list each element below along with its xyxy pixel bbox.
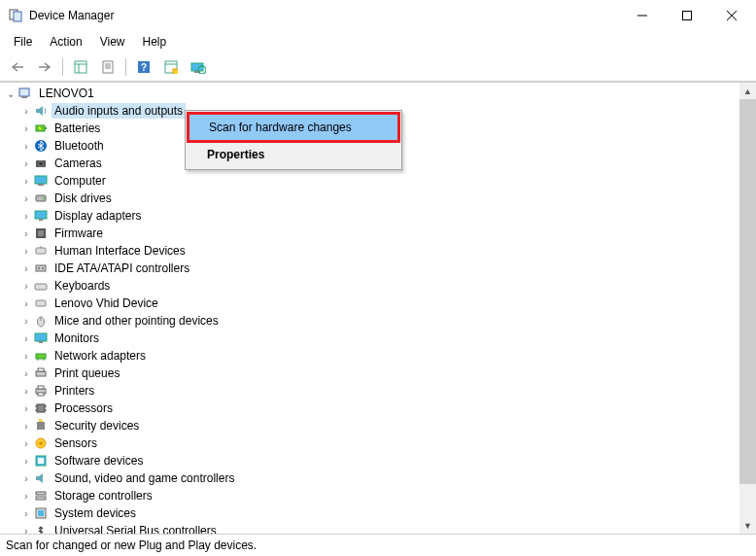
chevron-right-icon[interactable]: › [19, 191, 33, 205]
tree-node[interactable]: ›Monitors [4, 330, 756, 347]
chevron-right-icon[interactable]: › [19, 279, 33, 293]
show-hide-console-tree-button[interactable] [69, 56, 92, 78]
help-button[interactable]: ? [132, 56, 155, 78]
vertical-scrollbar[interactable]: ▲ ▼ [739, 83, 756, 534]
menu-help[interactable]: Help [135, 33, 175, 51]
tree-node[interactable]: ›Computer [4, 172, 756, 190]
tree-node-label[interactable]: Sensors [52, 435, 100, 451]
chevron-right-icon[interactable]: › [19, 139, 33, 153]
tree-node[interactable]: ›IDE ATA/ATAPI controllers [4, 260, 756, 277]
svg-rect-50 [36, 354, 46, 359]
chevron-right-icon[interactable]: › [19, 314, 33, 328]
tree-node[interactable]: ›Human Interface Devices [4, 242, 756, 260]
chevron-right-icon[interactable]: › [19, 349, 33, 363]
scroll-down-button[interactable]: ▼ [739, 517, 756, 534]
chevron-right-icon[interactable]: › [19, 366, 33, 380]
chevron-right-icon[interactable]: › [19, 296, 33, 310]
tree-node[interactable]: ›Storage controllers [4, 487, 756, 504]
tree-node-label[interactable]: Display adapters [52, 208, 144, 224]
tree-node-label[interactable]: IDE ATA/ATAPI controllers [52, 261, 192, 276]
scroll-thumb[interactable] [739, 99, 756, 484]
tree-node-label[interactable]: Batteries [52, 121, 103, 136]
tree-node-label[interactable]: Firmware [52, 226, 106, 241]
svg-rect-48 [35, 333, 47, 341]
tree-node-label[interactable]: Network adapters [52, 348, 149, 364]
tree-node[interactable]: ›Lenovo Vhid Device [4, 295, 756, 312]
properties-button[interactable] [96, 56, 120, 78]
maximize-button[interactable] [665, 0, 709, 31]
tree-node-label[interactable]: Sound, video and game controllers [52, 470, 237, 486]
tree-node[interactable]: ›Software devices [4, 452, 756, 469]
tree-node-label[interactable]: Mice and other pointing devices [52, 313, 222, 329]
chevron-right-icon[interactable]: › [19, 104, 33, 118]
chevron-right-icon[interactable]: › [19, 454, 33, 468]
tree-node[interactable]: ›Security devices [4, 417, 756, 434]
tree-node-label[interactable]: Processors [52, 400, 116, 416]
back-button[interactable] [6, 56, 29, 78]
tree-node-label[interactable]: Disk drives [52, 191, 115, 206]
tree-node-label[interactable]: Cameras [52, 156, 105, 171]
tree-node-label[interactable]: Lenovo Vhid Device [52, 295, 161, 311]
context-properties[interactable]: Properties [188, 142, 399, 167]
tree-node[interactable]: ›Print queues [4, 365, 756, 382]
mouse-icon [33, 313, 49, 329]
chevron-right-icon[interactable]: › [19, 489, 33, 503]
svg-rect-3 [683, 12, 692, 20]
tree-node-label[interactable]: Human Interface Devices [52, 243, 189, 259]
chevron-right-icon[interactable]: › [19, 156, 33, 170]
tree-node[interactable]: ›Mice and other pointing devices [4, 312, 756, 330]
root-label[interactable]: LENOVO1 [36, 86, 97, 101]
menu-action[interactable]: Action [42, 33, 89, 51]
tree-node-label[interactable]: System devices [52, 505, 139, 521]
context-scan-hardware[interactable]: Scan for hardware changes [187, 112, 400, 143]
chevron-right-icon[interactable]: › [19, 524, 33, 534]
tree-node[interactable]: ›Printers [4, 382, 756, 400]
tree-node-label[interactable]: Printers [52, 383, 97, 399]
tree-node-label[interactable]: Computer [52, 173, 109, 189]
chevron-right-icon[interactable]: › [19, 506, 33, 520]
tree-node-label[interactable]: Storage controllers [52, 488, 155, 504]
tree-node-label[interactable]: Print queues [52, 365, 122, 381]
scroll-up-button[interactable]: ▲ [739, 83, 756, 99]
forward-button[interactable] [33, 56, 56, 78]
chevron-right-icon[interactable]: › [19, 122, 33, 135]
tree-node-label[interactable]: Audio inputs and outputs [52, 103, 186, 119]
tree-node-label[interactable]: Bluetooth [52, 138, 107, 154]
action-button[interactable] [159, 56, 183, 78]
tree-node-label[interactable]: Universal Serial Bus controllers [52, 523, 220, 534]
menu-file[interactable]: File [6, 33, 40, 51]
chevron-right-icon[interactable]: › [19, 174, 33, 188]
chevron-right-icon[interactable]: › [19, 401, 33, 415]
close-button[interactable] [709, 0, 754, 31]
chevron-right-icon[interactable]: › [19, 471, 33, 485]
menu-view[interactable]: View [92, 33, 133, 51]
tree-node[interactable]: ›Keyboards [4, 277, 756, 295]
tree-node-label[interactable]: Keyboards [52, 278, 113, 294]
tree-node[interactable]: ›Firmware [4, 225, 756, 242]
chevron-right-icon[interactable]: › [19, 244, 33, 258]
tree-node[interactable]: ›Display adapters [4, 207, 756, 225]
titlebar: Device Manager [0, 0, 756, 31]
chevron-right-icon[interactable]: › [19, 261, 33, 275]
tree-node[interactable]: ›Processors [4, 400, 756, 417]
tree-node[interactable]: ›Sound, video and game controllers [4, 469, 756, 487]
tree-node[interactable]: ›System devices [4, 504, 756, 522]
scroll-track[interactable] [739, 99, 756, 517]
chevron-right-icon[interactable]: › [19, 226, 33, 240]
scan-hardware-button[interactable] [187, 56, 210, 78]
tree-node[interactable]: ›Sensors [4, 434, 756, 452]
chevron-right-icon[interactable]: › [19, 331, 33, 345]
tree-node-label[interactable]: Security devices [52, 418, 142, 434]
tree-node-label[interactable]: Monitors [52, 330, 102, 346]
chevron-right-icon[interactable]: › [19, 209, 33, 223]
tree-node[interactable]: ›Universal Serial Bus controllers [4, 522, 756, 534]
tree-node[interactable]: ›Network adapters [4, 347, 756, 365]
minimize-button[interactable] [620, 0, 665, 31]
tree-node[interactable]: ›Disk drives [4, 190, 756, 207]
chevron-right-icon[interactable]: › [19, 436, 33, 450]
tree-root[interactable]: ⌄ LENOVO1 [4, 85, 756, 102]
tree-node-label[interactable]: Software devices [52, 453, 146, 469]
chevron-right-icon[interactable]: › [19, 384, 33, 398]
expand-collapse-icon[interactable]: ⌄ [4, 87, 17, 100]
chevron-right-icon[interactable]: › [19, 419, 33, 433]
